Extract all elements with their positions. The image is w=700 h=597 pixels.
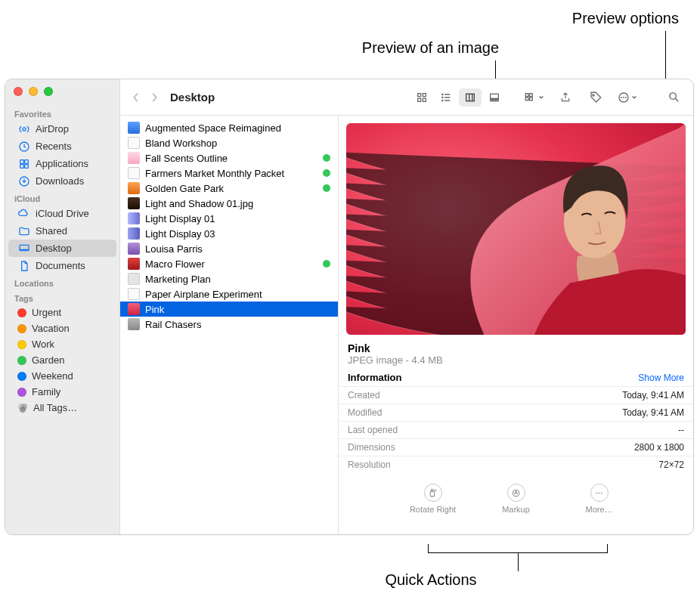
markup-icon (507, 484, 525, 502)
airdrop-icon (17, 122, 30, 135)
sidebar-item-applications[interactable]: Applications (8, 155, 116, 172)
quick-action-rotate[interactable]: Rotate Right (403, 484, 463, 514)
file-label: Bland Workshop (145, 138, 330, 149)
callout-preview-image: Preview of an image (287, 39, 499, 57)
sidebar-tag-garden[interactable]: Garden (8, 352, 116, 368)
sidebar-tag-all[interactable]: All Tags… (8, 400, 116, 416)
all-tags-icon (17, 403, 28, 413)
file-row[interactable]: Paper Airplane Experiment (120, 286, 338, 302)
back-button[interactable] (128, 89, 144, 106)
sidebar-section-locations: Locations (5, 274, 119, 289)
quick-action-label: Markup (502, 505, 530, 514)
file-icon (128, 182, 140, 194)
file-row[interactable]: Light Display 01 (120, 211, 338, 226)
file-label: Farmers Market Monthly Packet (145, 168, 317, 179)
folder-icon (17, 224, 30, 237)
svg-point-34 (621, 97, 622, 97)
sidebar-item-iclouddrive[interactable]: iCloud Drive (8, 205, 116, 222)
minimize-button[interactable] (29, 87, 38, 96)
tags-button[interactable] (584, 88, 608, 107)
search-button[interactable] (661, 88, 686, 107)
svg-line-38 (675, 99, 678, 102)
file-row[interactable]: Bland Workshop (120, 135, 338, 150)
file-row[interactable]: Macro Flower (120, 256, 338, 271)
file-icon (128, 197, 140, 209)
sidebar-item-shared[interactable]: Shared (8, 222, 116, 240)
sidebar-tag-weekend[interactable]: Weekend (8, 368, 116, 384)
finder-window: Favorites AirDrop Recents Applications D… (5, 79, 694, 535)
sidebar-item-downloads[interactable]: Downloads (8, 172, 116, 190)
svg-rect-12 (423, 93, 426, 96)
info-key: Modified (348, 407, 382, 418)
clock-icon (17, 140, 30, 153)
svg-rect-11 (418, 93, 421, 96)
sidebar-tag-urgent[interactable]: Urgent (8, 305, 116, 320)
file-row[interactable]: Fall Scents Outline (120, 150, 338, 165)
sidebar-tag-vacation[interactable]: Vacation (8, 320, 116, 336)
svg-point-36 (626, 97, 627, 97)
file-label: Light Display 03 (145, 228, 330, 240)
file-row[interactable]: Light Display 03 (120, 226, 338, 241)
view-list-button[interactable] (435, 88, 457, 107)
sidebar-tag-work[interactable]: Work (8, 336, 116, 352)
svg-rect-2 (20, 159, 23, 163)
tag-dot-icon (323, 169, 330, 177)
info-row: CreatedToday, 9:41 AM (339, 386, 693, 404)
info-value: 2800 x 1800 (634, 442, 684, 453)
quick-action-markup[interactable]: Markup (486, 484, 547, 514)
sidebar-item-label: All Tags… (33, 402, 77, 413)
file-list-column: Augmented Space ReimaginedBland Workshop… (120, 116, 339, 534)
file-icon (128, 273, 140, 285)
sidebar-item-label: Work (32, 339, 54, 350)
file-icon (128, 288, 140, 300)
view-gallery-button[interactable] (483, 88, 506, 107)
svg-rect-27 (497, 99, 499, 101)
file-row[interactable]: Louisa Parris (120, 241, 338, 256)
tag-dot-icon (17, 308, 26, 317)
group-button[interactable] (521, 88, 547, 107)
quick-actions: Rotate Right Markup More… (339, 473, 693, 521)
sidebar-item-label: AirDrop (36, 123, 69, 135)
file-icon (128, 258, 140, 270)
action-button[interactable] (614, 88, 640, 107)
share-button[interactable] (553, 88, 578, 107)
sidebar-item-recents[interactable]: Recents (8, 138, 116, 155)
toolbar: Desktop (120, 79, 693, 116)
quick-action-label: Rotate Right (410, 505, 456, 514)
info-key: Created (348, 390, 380, 401)
sidebar-item-desktop[interactable]: Desktop (8, 240, 116, 257)
sidebar-item-documents[interactable]: Documents (8, 257, 116, 274)
info-key: Dimensions (348, 442, 395, 453)
svg-rect-5 (24, 164, 28, 168)
info-value: Today, 9:41 AM (622, 390, 684, 401)
view-columns-button[interactable] (459, 88, 482, 107)
svg-rect-21 (466, 94, 475, 101)
file-row[interactable]: Marketing Plan (120, 271, 338, 286)
svg-rect-13 (418, 98, 421, 101)
forward-button[interactable] (146, 89, 163, 106)
file-row[interactable]: Golden Gate Park (120, 181, 338, 196)
callout-quick-actions: Quick Actions (355, 571, 506, 589)
tag-dot-icon (323, 154, 330, 162)
zoom-button[interactable] (44, 87, 53, 96)
file-row[interactable]: Farmers Market Monthly Packet (120, 165, 338, 181)
file-icon (128, 318, 140, 330)
file-row[interactable]: Pink (120, 302, 338, 317)
sidebar-tag-family[interactable]: Family (8, 384, 116, 400)
close-button[interactable] (14, 87, 23, 96)
sidebar-item-label: Downloads (36, 175, 84, 187)
tag-dot-icon (17, 388, 26, 397)
svg-point-35 (624, 97, 624, 97)
file-row[interactable]: Rail Chasers (120, 317, 338, 332)
svg-point-44 (599, 492, 600, 493)
svg-rect-26 (494, 99, 496, 101)
view-icons-button[interactable] (410, 88, 433, 107)
show-more-link[interactable]: Show More (638, 373, 684, 383)
file-row[interactable]: Augmented Space Reimagined (120, 120, 338, 135)
file-row[interactable]: Light and Shadow 01.jpg (120, 196, 338, 211)
svg-point-10 (20, 407, 26, 413)
svg-rect-25 (491, 99, 493, 101)
file-label: Light and Shadow 01.jpg (145, 198, 330, 209)
sidebar-item-airdrop[interactable]: AirDrop (8, 120, 116, 138)
quick-action-more[interactable]: More… (569, 484, 630, 514)
